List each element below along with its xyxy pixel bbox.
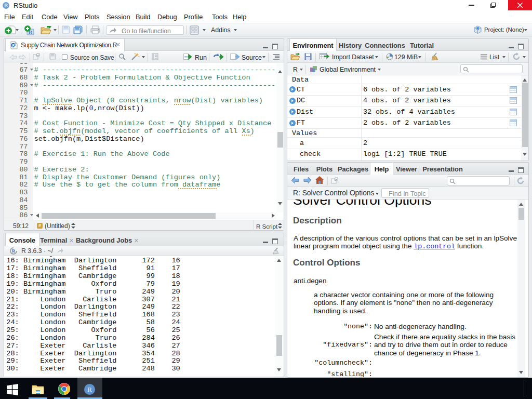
svg-text:R: R [12,248,16,254]
svg-text:R: R [476,26,479,30]
